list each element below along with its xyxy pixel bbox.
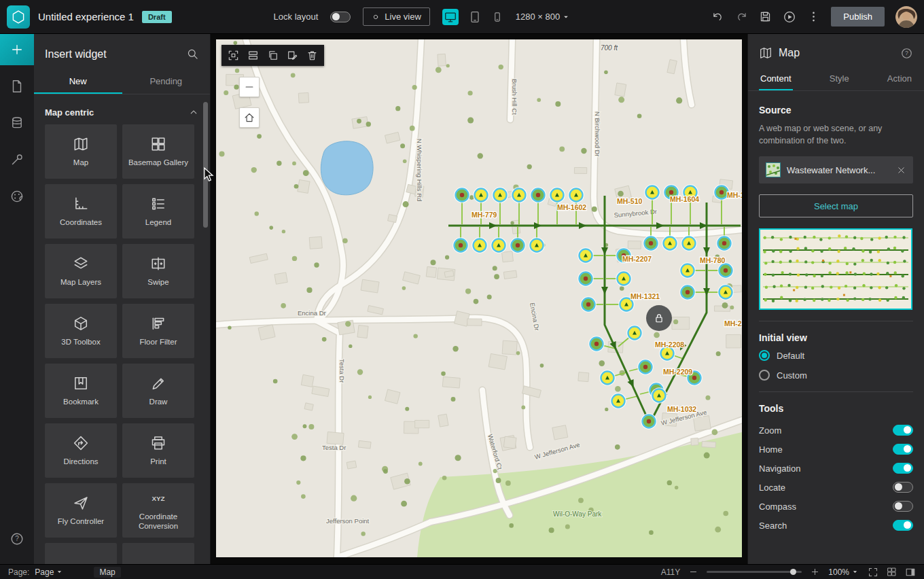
widget-card-partial[interactable] xyxy=(45,543,117,564)
home-toggle[interactable] xyxy=(893,444,913,455)
zoom-level-dropdown[interactable]: 100% xyxy=(828,567,859,577)
grid-view-button[interactable] xyxy=(887,567,897,577)
draft-badge: Draft xyxy=(142,11,172,23)
svg-text:700 ft: 700 ft xyxy=(601,44,618,52)
help-button[interactable]: ? xyxy=(0,523,34,555)
insert-widget-rail-button[interactable] xyxy=(0,34,34,65)
widget-card-3d-toolbox[interactable]: 3D Toolbox xyxy=(45,304,117,358)
widget-card-label: Directions xyxy=(59,457,102,467)
desktop-device-icon[interactable] xyxy=(442,9,459,25)
user-avatar[interactable] xyxy=(895,6,917,28)
zoom-toggle[interactable] xyxy=(893,425,913,436)
widget-card-directions[interactable]: Directions xyxy=(45,423,117,478)
canvas: N Whispering Hills RdBrush Hill CtN Birc… xyxy=(211,34,747,564)
widget-card-label: Fly Controller xyxy=(54,517,108,527)
tab-action[interactable]: Action xyxy=(886,68,913,90)
widget-card-legend[interactable]: Legend xyxy=(122,184,194,239)
map-preview-thumbnail[interactable] xyxy=(759,228,912,310)
device-switcher xyxy=(442,9,503,25)
topbar-center: Lock layout Live view 1280 × 800 xyxy=(274,7,571,26)
resolution-value: 1280 × 800 xyxy=(516,12,560,22)
radio-unselected[interactable] xyxy=(759,370,770,381)
initial-view-option-custom[interactable]: Custom xyxy=(759,370,913,381)
svg-text:MH-22: MH-22 xyxy=(724,319,742,328)
initial-view-option-default[interactable]: Default xyxy=(759,350,913,361)
zoom-in-canvas-button[interactable] xyxy=(810,567,820,577)
panel-scrollbar[interactable] xyxy=(203,102,208,228)
widget-card-partial[interactable] xyxy=(122,543,194,564)
svg-text:Brush Hill Ct: Brush Hill Ct xyxy=(511,79,518,115)
fit-to-window-button[interactable] xyxy=(868,567,878,578)
section-map-centric[interactable]: Map centric xyxy=(34,94,210,124)
locate-toggle[interactable] xyxy=(893,482,913,493)
search-icon[interactable] xyxy=(186,48,199,60)
widget-card-label: Map xyxy=(69,158,92,168)
select-map-button[interactable]: Select map xyxy=(759,194,913,217)
remove-map-button[interactable] xyxy=(896,165,906,175)
insert-widget-panel: Insert widget New Pending Map centric Ma… xyxy=(34,34,211,564)
tab-pending[interactable]: Pending xyxy=(122,70,211,94)
experience-title: Untitled experience 1 xyxy=(38,11,134,22)
selected-map-label: Wastewater Network... xyxy=(787,165,875,175)
delete-widget-button[interactable] xyxy=(303,47,321,64)
select-mode-button[interactable] xyxy=(224,47,243,64)
lock-layout-toggle[interactable] xyxy=(330,12,351,22)
widget-card-label: Floor Filter xyxy=(136,338,181,347)
zoom-out-button[interactable] xyxy=(239,77,260,97)
live-view-button[interactable]: Live view xyxy=(363,7,429,26)
redo-button[interactable] xyxy=(735,10,748,23)
widget-card-label: Map Layers xyxy=(56,278,105,287)
xyz-icon: XYZ xyxy=(150,490,166,506)
widget-card-coordinate-conversion[interactable]: XYZCoordinate Conversion xyxy=(122,483,194,538)
data-panel-button[interactable] xyxy=(0,107,34,139)
resolution-dropdown[interactable]: 1280 × 800 xyxy=(516,12,571,22)
preview-button[interactable] xyxy=(783,10,796,24)
toggle-right-panel-button[interactable] xyxy=(905,567,916,578)
phone-device-icon[interactable] xyxy=(491,11,503,23)
undo-button[interactable] xyxy=(711,10,724,23)
home-icon xyxy=(243,111,255,124)
arrange-button[interactable] xyxy=(244,47,262,64)
widget-card-draw[interactable]: Draw xyxy=(122,364,194,418)
duplicate-button[interactable] xyxy=(264,47,282,64)
compass-toggle[interactable] xyxy=(893,501,913,512)
edit-copy-button[interactable] xyxy=(283,47,302,64)
tablet-device-icon[interactable] xyxy=(468,10,482,24)
widget-card-print[interactable]: Print xyxy=(122,423,194,478)
theme-panel-button[interactable] xyxy=(0,181,34,212)
map-surface[interactable]: N Whispering Hills RdBrush Hill CtN Birc… xyxy=(216,39,742,557)
left-toolbar-rail: ? xyxy=(0,34,34,564)
widget-card-swipe[interactable]: Swipe xyxy=(122,244,194,298)
navigation-toggle[interactable] xyxy=(893,463,913,474)
widget-card-floor-filter[interactable]: Floor Filter xyxy=(122,304,194,358)
map-settings-panel: Map ? Content Style Action Source A web … xyxy=(747,34,924,564)
zoom-out-canvas-button[interactable] xyxy=(688,567,698,577)
chevron-down-icon xyxy=(561,12,571,22)
widget-selection-toolbar xyxy=(221,45,324,66)
publish-button[interactable]: Publish xyxy=(831,7,885,27)
tab-new[interactable]: New xyxy=(34,70,122,94)
widget-card-fly-controller[interactable]: Fly Controller xyxy=(45,483,117,538)
widget-card-map-layers[interactable]: Map Layers xyxy=(45,244,117,298)
cube-icon xyxy=(73,315,89,332)
panel-help-icon[interactable]: ? xyxy=(900,47,913,60)
selected-widget-breadcrumb[interactable]: Map xyxy=(94,567,120,578)
tools-panel-button[interactable] xyxy=(0,144,34,175)
page-panel-button[interactable] xyxy=(0,71,34,102)
page-dropdown[interactable]: Page xyxy=(35,567,64,577)
more-options-button[interactable] xyxy=(807,10,820,23)
map-home-button[interactable] xyxy=(239,107,260,128)
search-toggle[interactable] xyxy=(893,520,913,531)
map-widget[interactable]: N Whispering Hills RdBrush Hill CtN Birc… xyxy=(216,39,742,557)
selected-map-row[interactable]: Wastewater Network... xyxy=(759,156,913,183)
tab-style[interactable]: Style xyxy=(828,68,851,90)
widget-card-basemap-gallery[interactable]: Basemap Gallery xyxy=(122,124,194,179)
radio-selected[interactable] xyxy=(759,350,770,361)
widget-card-map[interactable]: Map xyxy=(45,124,117,179)
save-button[interactable] xyxy=(759,10,772,23)
canvas-zoom-slider[interactable] xyxy=(707,571,802,573)
widget-card-coordinates[interactable]: Coordinates xyxy=(45,184,117,239)
widget-card-bookmark[interactable]: Bookmark xyxy=(45,364,117,418)
widget-card-label: Legend xyxy=(141,218,175,228)
tab-content[interactable]: Content xyxy=(759,68,793,90)
